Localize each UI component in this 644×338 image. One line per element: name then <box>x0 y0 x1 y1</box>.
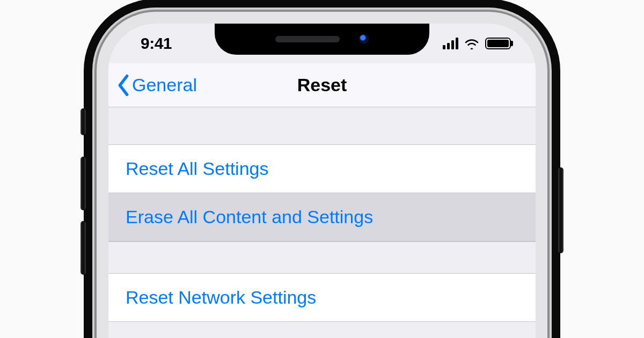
chevron-left-icon <box>116 75 131 96</box>
status-time: 9:41 <box>141 34 172 53</box>
notch <box>215 24 429 55</box>
row-label: Erase All Content and Settings <box>126 207 373 227</box>
silence-switch <box>80 108 86 135</box>
front-camera <box>359 34 369 44</box>
row-label: Reset All Settings <box>126 158 268 179</box>
iphone-device-frame: 9:41 <box>97 12 547 338</box>
reset-network-settings-row[interactable]: Reset Network Settings <box>108 274 536 322</box>
settings-list: Reset All Settings Erase All Content and… <box>108 107 536 338</box>
erase-all-content-row[interactable]: Erase All Content and Settings <box>108 193 536 241</box>
cellular-signal-icon <box>443 38 458 49</box>
page-title: Reset <box>297 75 347 95</box>
screen: 9:41 <box>108 24 536 338</box>
speaker-grille <box>275 36 340 42</box>
back-button[interactable]: General <box>116 75 197 96</box>
section-spacer <box>108 241 536 274</box>
battery-icon <box>485 38 511 49</box>
wifi-icon <box>464 38 480 49</box>
reset-all-settings-row[interactable]: Reset All Settings <box>108 145 536 193</box>
back-label: General <box>132 75 197 95</box>
section-spacer <box>108 107 536 145</box>
volume-up-button <box>80 157 86 210</box>
power-button <box>558 167 564 253</box>
status-indicators <box>443 38 511 49</box>
nav-bar: General Reset <box>108 63 536 107</box>
volume-down-button <box>80 221 86 275</box>
row-label: Reset Network Settings <box>126 287 316 308</box>
